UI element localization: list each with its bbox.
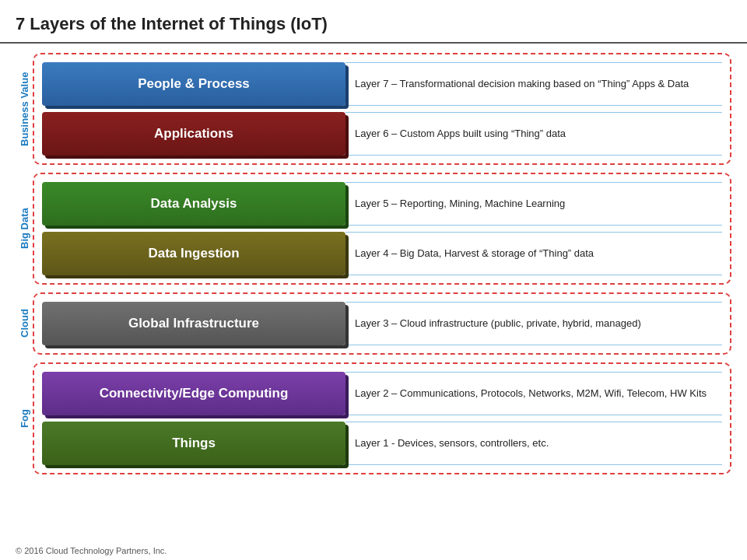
layer-row-applications: ApplicationsLayer 6 – Custom Apps built … — [42, 112, 722, 156]
group-label-fog: Fog — [16, 362, 33, 474]
layer-bar-data-ingestion: Data Ingestion — [42, 232, 345, 275]
layer-bar-applications: Applications — [42, 112, 345, 156]
page-title: 7 Layers of the Internet of Things (IoT) — [0, 0, 747, 44]
main-content: Business ValuePeople & ProcessLayer 7 – … — [0, 44, 747, 481]
layer-row-data-analysis: Data AnalysisLayer 5 – Reporting, Mining… — [42, 182, 722, 226]
layer-bar-data-analysis: Data Analysis — [42, 182, 345, 226]
group-box-cloud: Global InfrastructureLayer 3 – Cloud inf… — [33, 292, 731, 355]
group-box-big-data: Data AnalysisLayer 5 – Reporting, Mining… — [33, 173, 731, 285]
layer-desc-connectivity: Layer 2 – Communications, Protocols, Net… — [345, 372, 722, 415]
group-business-value: Business ValuePeople & ProcessLayer 7 – … — [16, 53, 731, 165]
layer-bar-things: Things — [42, 422, 345, 465]
group-big-data: Big DataData AnalysisLayer 5 – Reporting… — [16, 173, 731, 285]
layer-desc-global-infrastructure: Layer 3 – Cloud infrastructure (public, … — [345, 302, 722, 345]
layer-desc-applications: Layer 6 – Custom Apps built using “Thing… — [345, 112, 722, 156]
layer-row-people-process: People & ProcessLayer 7 – Transformation… — [42, 62, 722, 106]
group-cloud: CloudGlobal InfrastructureLayer 3 – Clou… — [16, 292, 731, 355]
layer-bar-people-process: People & Process — [42, 62, 345, 106]
layer-row-connectivity: Connectivity/Edge ComputingLayer 2 – Com… — [42, 372, 722, 415]
layer-row-things: ThingsLayer 1 - Devices, sensors, contro… — [42, 422, 722, 465]
layer-desc-things: Layer 1 - Devices, sensors, controllers,… — [345, 422, 722, 465]
group-label-business-value: Business Value — [16, 53, 33, 165]
group-box-business-value: People & ProcessLayer 7 – Transformation… — [33, 53, 731, 165]
layer-bar-connectivity: Connectivity/Edge Computing — [42, 372, 345, 415]
group-label-big-data: Big Data — [16, 173, 33, 285]
group-fog: FogConnectivity/Edge ComputingLayer 2 – … — [16, 362, 731, 474]
layer-desc-people-process: Layer 7 – Transformational decision maki… — [345, 62, 722, 106]
group-box-fog: Connectivity/Edge ComputingLayer 2 – Com… — [33, 362, 731, 474]
layer-bar-global-infrastructure: Global Infrastructure — [42, 302, 345, 345]
layer-row-global-infrastructure: Global InfrastructureLayer 3 – Cloud inf… — [42, 302, 722, 345]
group-label-cloud: Cloud — [16, 292, 33, 355]
layer-desc-data-analysis: Layer 5 – Reporting, Mining, Machine Lea… — [345, 182, 722, 226]
layer-row-data-ingestion: Data IngestionLayer 4 – Big Data, Harves… — [42, 232, 722, 275]
footer-text: © 2016 Cloud Technology Partners, Inc. — [16, 546, 167, 555]
layer-desc-data-ingestion: Layer 4 – Big Data, Harvest & storage of… — [345, 232, 722, 275]
